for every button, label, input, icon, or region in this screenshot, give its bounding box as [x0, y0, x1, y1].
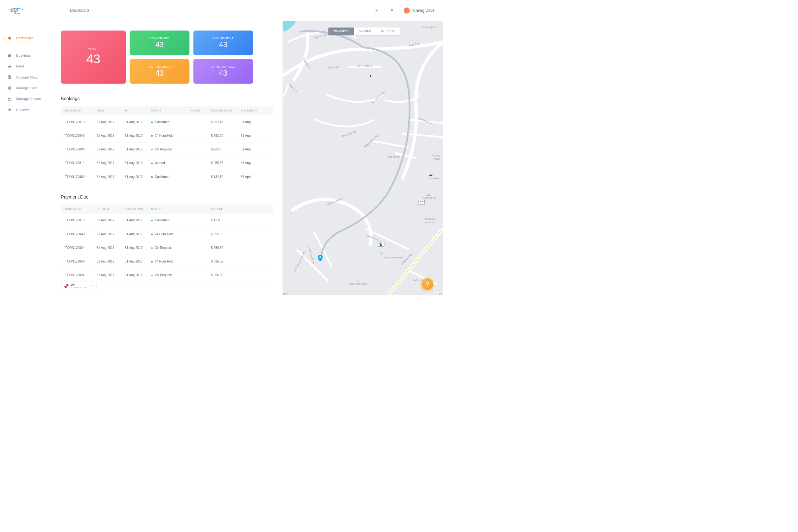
svg-rect-9	[9, 77, 10, 77]
svg-text:17: 17	[420, 202, 422, 204]
svg-text:center: center	[14, 12, 20, 14]
svg-point-13	[8, 97, 10, 99]
avatar	[403, 7, 410, 14]
dashboard-icon	[7, 36, 12, 40]
sidebar-item-fleet[interactable]: Fleet	[5, 61, 50, 72]
svg-text:17: 17	[380, 244, 382, 246]
sidebar-item-dashboard[interactable]: Dashboard	[5, 33, 50, 43]
map-panel[interactable]: Crystal Lake Dr Capella Ln Pisces Ln Hwy…	[283, 21, 443, 296]
map-provider-logo: box	[283, 292, 287, 295]
table-row[interactable]: TCON179824 31 Aug 2017 31 Aug 2017 On Re…	[61, 268, 273, 282]
card-total[interactable]: TOTAL 43	[61, 31, 126, 84]
svg-text:Balfour Ct: Balfour Ct	[388, 156, 400, 159]
card-confirmed[interactable]: CONFIRMED 43	[130, 31, 190, 55]
svg-point-7	[8, 67, 9, 68]
star-icon	[7, 108, 12, 112]
svg-text:🚗: 🚗	[429, 173, 433, 177]
svg-text:🍴: 🍴	[357, 278, 360, 282]
svg-text:$: $	[9, 87, 11, 90]
sidebar-item-account-mngt-[interactable]: Account Mngt.	[5, 72, 50, 82]
logo[interactable]: trip center	[8, 6, 24, 15]
map-tab-transfer[interactable]: TRANSFER	[328, 27, 354, 36]
bookings-title: Bookings	[61, 96, 273, 101]
car-icon	[7, 64, 12, 69]
svg-text:Mato: Mato	[434, 157, 440, 160]
payments-title: Payment Due	[61, 194, 273, 200]
flag-icon	[64, 283, 69, 288]
svg-text:Fireworks: Fireworks	[425, 221, 436, 224]
table-row[interactable]: TCON179869 31 Aug 2017 31 Aug 2017 Confi…	[61, 170, 273, 184]
people-icon	[7, 97, 12, 101]
bookings-table: BOOKING ID FROM TO STATUS INVOICE BOOKIN…	[61, 106, 273, 184]
map-canvas[interactable]: Crystal Lake Dr Capella Ln Pisces Ln Hwy…	[283, 21, 443, 296]
card-onrequest[interactable]: ON REQUEST 43	[130, 59, 190, 83]
calendar-icon	[7, 53, 12, 58]
table-row[interactable]: TCON179840 31 Aug 2017 31 Aug 2017 24 Ho…	[61, 129, 273, 142]
svg-text:Hwy 396: Hwy 396	[328, 66, 339, 69]
card-amendment[interactable]: AMENDMENT 43	[193, 31, 253, 55]
chat-icon[interactable]	[373, 7, 380, 14]
region-selector[interactable]: UK 4:16 PM (GMT +1) ▾	[61, 282, 96, 290]
chevron-down-icon: ▾	[93, 285, 94, 287]
sidebar: DashboardBookingsFleetAccount Mngt.$Mana…	[0, 21, 55, 296]
svg-text:King Crab Buffet: King Crab Buffet	[349, 283, 368, 285]
svg-text:👕: 👕	[380, 252, 384, 256]
table-row[interactable]: TCON179824 31 Aug 2017 31 Aug 2017 On Re…	[61, 241, 273, 254]
svg-point-48	[319, 256, 321, 259]
svg-text:Dynamite: Dynamite	[425, 217, 435, 221]
table-row[interactable]: TCON179811 31 Aug 2017 31 Aug 2017 Amend…	[61, 156, 273, 170]
svg-point-8	[10, 67, 11, 68]
svg-text:Glen Keith Ct: Glen Keith Ct	[357, 64, 373, 68]
doc-icon	[7, 75, 12, 79]
table-row[interactable]: TCON179840 31 Aug 2017 31 Aug 2017 24 Ho…	[61, 255, 273, 268]
svg-text:Carolina RV: Carolina RV	[423, 196, 437, 199]
map-tabs: TRANSFER DAYTRIP MULTIDAY	[328, 27, 400, 36]
topbar: trip center Dashboard › Chirag Dave	[0, 0, 443, 21]
sidebar-item-manage-drivers[interactable]: Manage Drivers	[5, 93, 50, 104]
map-tab-multiday[interactable]: MULTIDAY	[376, 27, 400, 36]
svg-text:⬆: ⬆	[369, 75, 372, 78]
bell-icon[interactable]	[388, 7, 395, 14]
sidebar-item-manage-price[interactable]: $Manage Price	[5, 83, 50, 93]
sidebar-item-reviews[interactable]: Reviews	[5, 104, 50, 115]
stats-cards: TOTAL 43 CONFIRMED 43 AMENDMENT 43 ON RE…	[61, 31, 273, 84]
svg-text:Harley: Harley	[432, 154, 440, 157]
svg-rect-10	[9, 77, 10, 78]
card-hold[interactable]: 24 HOUR HOLD 43	[193, 59, 253, 83]
svg-text:Car Wash: Car Wash	[428, 177, 439, 180]
svg-text:Pacific Beachwear: Pacific Beachwear	[383, 256, 403, 259]
map-attribution: © Ope	[434, 292, 443, 296]
svg-text:Mockingbird: Mockingbird	[421, 26, 436, 29]
dollar-icon: $	[7, 86, 12, 90]
sidebar-item-bookings[interactable]: Bookings	[5, 50, 50, 61]
map-tab-daytrip[interactable]: DAYTRIP	[354, 27, 376, 36]
table-row[interactable]: TCON179813 31 Aug 2017 31 Aug 2017 Confi…	[61, 115, 273, 129]
table-row[interactable]: TCON179813 31 Aug 2017 31 Aug 2017 Confi…	[61, 214, 273, 227]
user-menu[interactable]: Chirag Dave	[403, 7, 435, 14]
username: Chirag Dave	[413, 8, 435, 13]
chevron-right-icon: ›	[92, 8, 93, 13]
table-row[interactable]: TCON179840 31 Aug 2017 31 Aug 2017 24 Ho…	[61, 227, 273, 241]
breadcrumb[interactable]: Dashboard ›	[70, 8, 93, 13]
svg-rect-6	[8, 54, 11, 55]
main-content: TOTAL 43 CONFIRMED 43 AMENDMENT 43 ON RE…	[55, 21, 283, 296]
help-fab[interactable]: ?	[421, 278, 434, 290]
payments-table: BOOKING ID DUE DATE AMOUNT PAID STATUS B…	[61, 204, 273, 282]
svg-point-14	[10, 98, 11, 99]
svg-text:🚐: 🚐	[427, 192, 431, 196]
table-row[interactable]: TCON179824 31 Aug 2017 31 Aug 2017 On Re…	[61, 143, 273, 156]
svg-text:trip: trip	[11, 7, 18, 13]
breadcrumb-text: Dashboard	[70, 8, 89, 13]
